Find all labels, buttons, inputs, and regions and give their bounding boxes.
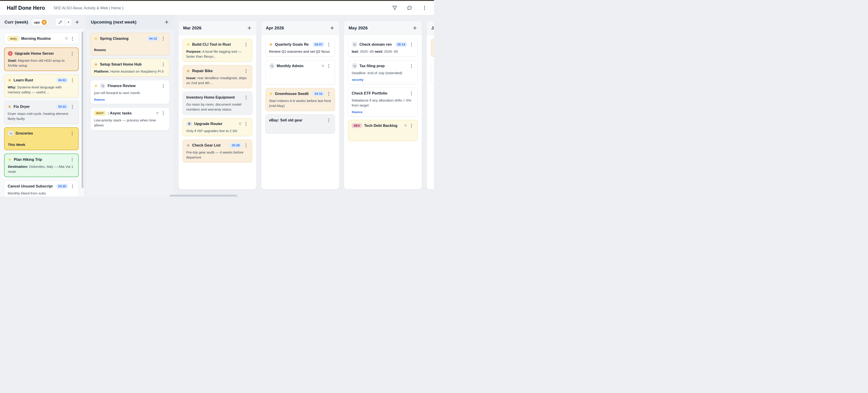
kebab-icon[interactable]: ⋮ [70,184,75,188]
card-fix-dryer[interactable]: ★Fix Dryer03 22⋮Dryer stops mid-cycle, h… [4,101,79,124]
filter-icon[interactable] [392,5,397,11]
card-check-gear-list[interactable]: ★Check Gear List03 28⋮Pre-trip gear audi… [183,140,252,162]
description-lead: Purpose: [186,50,202,53]
kebab-icon[interactable]: ⋮ [326,118,331,122]
card-header: WAIT: Async tasks▽⋮ [94,110,166,116]
add-card-button[interactable]: + [74,19,80,26]
add-card-button[interactable]: + [330,25,335,31]
description-lead: Why: [8,85,16,89]
card-header: ★Spring Cleaning04 12⋮ [94,35,166,41]
kebab-icon[interactable]: ⋮ [326,92,331,96]
kebab-icon[interactable]: ⋮ [326,42,331,47]
kebab-icon[interactable]: ⋮ [70,157,75,162]
card-cancel-unused-subscripti[interactable]: Cancel Unused Subscripti...03 25⋮Monthly… [4,180,79,196]
upcoming-count-pill[interactable]: upc4 [31,19,49,26]
kebab-icon[interactable]: ⋮ [409,64,414,68]
card-setup-smart-home-hub[interactable]: ★Setup Smart Home Hub⋮Platform: Home Ass… [90,59,169,77]
kebab-icon[interactable]: ⋮ [70,78,75,82]
card-spring-cleaning[interactable]: ★Spring Cleaning04 12⋮Rooms [90,33,169,55]
column-header-may-2026: May 2026+ [344,21,422,35]
star-icon[interactable]: ★ [186,143,190,147]
kebab-icon[interactable]: ⋮ [243,95,249,99]
card-ebay-sell-old-gear[interactable]: eBay: Sell old gear⋮ [266,114,335,133]
star-icon[interactable]: ★ [94,84,98,88]
star-icon[interactable]: ★ [186,42,190,47]
alert-icon: ! [8,51,13,56]
chevron-down-icon[interactable]: ▽ [321,64,324,68]
card-quarterly-goals-revi[interactable]: ★Quarterly Goals Revi...04 07⋮Review Q1 … [266,39,335,57]
tag-link-finance[interactable]: finance [94,98,166,101]
card-build-cli-tool-in-rust[interactable]: ★Build CLI Tool in Rust⋮Purpose: A local… [183,39,252,62]
vertical-scrollbar-thumb[interactable] [82,31,84,188]
card-plan-hiking-trip[interactable]: ★Plan Hiking Trip⋮Destination: Dolomites… [4,154,79,177]
card-check-etf-portfolio[interactable]: Check ETF Portfolio⋮Rebalance if any all… [348,88,418,117]
card-upgrade-router[interactable]: ifUpgrade Router▽⋮Only if ISP upgrades l… [183,118,252,136]
card-learn-rust[interactable]: ★Learn Rust04 01⋮Why: Systems-level lang… [4,74,79,97]
card-monthly-admin[interactable]: rgMonthly Admin▽⋮ [266,60,335,85]
horizontal-scrollbar-thumb[interactable] [169,195,237,196]
card-header: ★Repair Bike⋮ [186,68,249,74]
add-card-button[interactable]: + [164,19,169,26]
kebab-icon[interactable]: ⋮ [161,84,166,88]
card-upgrade-home-server[interactable]: !Upgrade Home Server⋮Goal: Migrate from … [4,48,79,71]
card-title: Check Gear List [192,143,221,147]
chat-icon[interactable] [407,5,412,11]
edit-dropdown-button[interactable]: ▾ [65,18,72,26]
kebab-icon[interactable]: ⋮ [70,131,75,135]
card-check-domain-rene[interactable]: rgCheck domain rene...05 14⋮last: 2025 -… [348,39,418,57]
kebab-icon[interactable]: ⋮ [409,42,414,47]
star-icon[interactable]: ★ [94,36,98,41]
kebab-icon[interactable]: ⋮ [70,104,75,109]
card-header: ifUpgrade Router▽⋮ [186,121,249,127]
star-icon[interactable]: ★ [269,42,273,47]
kebab-icon[interactable]: ⋮ [161,62,166,66]
card-greenhouse-seedlin[interactable]: ★Greenhouse Seedlin...04 15⋮Start indoor… [266,88,335,111]
star-icon[interactable]: ★ [8,104,11,109]
kebab-icon[interactable]: ⋮ [243,69,249,73]
star-icon[interactable]: ★ [269,92,273,96]
kebab-icon[interactable]: ⋮ [243,122,249,126]
chevron-down-icon[interactable]: ▽ [65,37,68,40]
kebab-icon[interactable]: ⋮ [161,36,166,41]
tag-link-finance[interactable]: finance [352,110,414,114]
add-card-button[interactable]: + [247,25,252,31]
star-icon[interactable]: ★ [186,69,190,73]
tag-link-security[interactable]: security [352,78,414,82]
kebab-icon[interactable]: ⋮ [243,143,249,147]
card-tech-debt-backlog[interactable]: DEVTech Debt Backlog▽⋮ [348,120,418,141]
chevron-down-icon[interactable]: ▽ [404,124,407,127]
column-apr-2026: Apr 2026+★Quarterly Goals Revi...04 07⋮R… [261,21,339,189]
card-async-tasks[interactable]: WAIT: Async tasks▽⋮Low-priority stack — … [90,108,169,130]
chevron-down-icon[interactable]: ▽ [239,122,241,125]
card-description: Purpose: A local file tagging tool — fas… [186,49,249,59]
card-tax-filing-prep[interactable]: rgTax filing prep⋮Deadline: end of July … [348,60,418,84]
card-header: rgGroceries⋮ [8,130,75,136]
add-card-button[interactable]: + [412,25,417,31]
column-title: May 2026 [348,26,368,31]
kebab-menu-icon[interactable] [422,5,427,11]
star-icon[interactable]: ★ [8,78,11,82]
pencil-icon [58,20,62,24]
column-header-upcoming-next-week: Upcoming (next week)+ [86,15,174,29]
kebab-icon[interactable]: ⋮ [70,36,75,41]
card-header: eBay: Sell old gear⋮ [269,117,331,123]
kebab-icon[interactable]: ⋮ [243,42,249,47]
kebab-icon[interactable]: ⋮ [409,91,414,95]
card-finance-review[interactable]: ★rgFinance Review⋮just roll forward to n… [90,80,169,104]
edit-column-button[interactable] [55,18,65,26]
card-d[interactable]: D⋮A [431,39,434,57]
description-text: Only if ISP upgrades line to 2.5G [186,129,237,133]
chevron-down-icon[interactable]: ▽ [156,112,159,115]
star-icon[interactable]: ★ [8,157,12,162]
kebab-icon[interactable]: ⋮ [409,123,414,128]
card-groceries[interactable]: rgGroceries⋮This Week [4,127,79,150]
kebab-icon[interactable]: ⋮ [161,111,166,115]
card-item[interactable]: rg⋮A Jud [431,60,434,84]
card-inventory-home-equipment[interactable]: Inventory Home Equipment⋮Go room by room… [183,92,252,115]
card-morning-routine[interactable]: dailyMorning Routine▽⋮ [4,33,79,44]
kebab-icon[interactable]: ⋮ [326,64,331,68]
pill-count-badge: 4 [41,20,47,25]
kebab-icon[interactable]: ⋮ [70,51,75,56]
card-repair-bike[interactable]: ★Repair Bike⋮Issue: rear derailleur misa… [183,65,252,88]
star-icon[interactable]: ★ [94,62,98,66]
